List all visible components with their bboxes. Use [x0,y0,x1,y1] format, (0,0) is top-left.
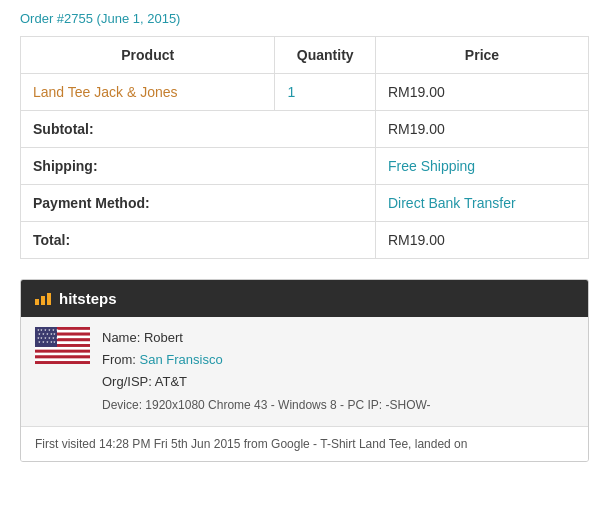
visitor-name-line: Name: Robert [102,327,431,349]
org-label: Org/ISP: [102,374,152,389]
svg-rect-12 [35,361,90,364]
shipping-value: Free Shipping [375,148,588,185]
visitor-from: San Fransisco [140,352,223,367]
total-row: Total: RM19.00 [21,222,589,259]
payment-label: Payment Method: [21,185,376,222]
product-cell: Land Tee Jack & Jones [21,74,275,111]
order-link[interactable]: Order #2755 (June 1, 2015) [20,11,180,26]
table-row: Land Tee Jack & Jones 1 RM19.00 [21,74,589,111]
price-cell: RM19.00 [375,74,588,111]
visitor-org: AT&T [155,374,187,389]
from-label: From: [102,352,136,367]
hitsteps-widget: hitsteps [20,279,589,462]
visitor-from-line: From: San Fransisco [102,349,431,371]
svg-rect-7 [35,347,90,350]
col-header-quantity: Quantity [275,37,376,74]
visitor-info: Name: Robert From: San Fransisco Org/ISP… [102,327,431,416]
col-header-product: Product [21,37,275,74]
device-info: Device: 1920x1080 Chrome 43 - Windows 8 … [102,395,431,415]
subtotal-label: Subtotal: [21,111,376,148]
shipping-label: Shipping: [21,148,376,185]
total-label: Total: [21,222,376,259]
svg-text:★ ★ ★ ★ ★: ★ ★ ★ ★ ★ [38,340,56,344]
quantity-cell: 1 [275,74,376,111]
subtotal-row: Subtotal: RM19.00 [21,111,589,148]
quantity-link[interactable]: 1 [287,84,295,100]
footer-text: First visited 14:28 PM Fri 5th Jun 2015 … [35,437,467,451]
col-header-price: Price [375,37,588,74]
svg-rect-8 [35,350,90,353]
svg-rect-9 [35,353,90,356]
us-flag-icon: ★ ★ ★ ★ ★ ★ ★ ★ ★ ★ ★ ★ ★ ★ ★ ★ ★ ★ ★ ★ … [35,327,90,364]
name-label: Name: [102,330,140,345]
hitsteps-footer: First visited 14:28 PM Fri 5th Jun 2015 … [21,426,588,461]
hitsteps-body: ★ ★ ★ ★ ★ ★ ★ ★ ★ ★ ★ ★ ★ ★ ★ ★ ★ ★ ★ ★ … [21,317,588,426]
bar-chart-icon [35,293,51,305]
shipping-row: Shipping: Free Shipping [21,148,589,185]
visitor-org-line: Org/ISP: AT&T [102,371,431,393]
order-table: Product Quantity Price Land Tee Jack & J… [20,36,589,259]
hitsteps-title: hitsteps [59,290,117,307]
product-link[interactable]: Land Tee Jack & Jones [33,84,178,100]
payment-value: Direct Bank Transfer [375,185,588,222]
payment-row: Payment Method: Direct Bank Transfer [21,185,589,222]
svg-rect-10 [35,356,90,359]
page-wrapper: Order #2755 (June 1, 2015) Product Quant… [0,0,609,472]
hitsteps-header: hitsteps [21,280,588,317]
svg-rect-11 [35,358,90,361]
subtotal-value: RM19.00 [375,111,588,148]
visitor-name: Robert [144,330,183,345]
total-value: RM19.00 [375,222,588,259]
flag-container: ★ ★ ★ ★ ★ ★ ★ ★ ★ ★ ★ ★ ★ ★ ★ ★ ★ ★ ★ ★ … [35,327,90,367]
